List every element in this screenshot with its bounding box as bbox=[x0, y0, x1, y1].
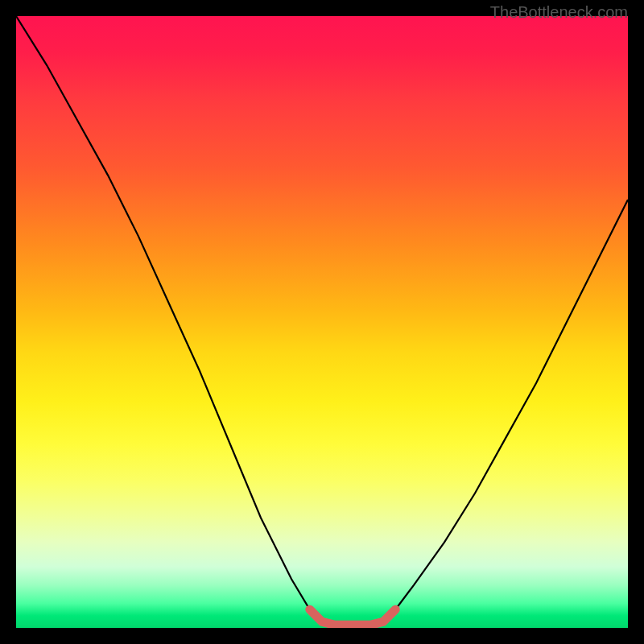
watermark-text: TheBottleneck.com bbox=[490, 3, 628, 22]
chart-svg bbox=[16, 16, 628, 628]
chart-plot-area bbox=[16, 16, 628, 628]
tolerance-band-line bbox=[310, 609, 395, 625]
bottleneck-curve-line bbox=[16, 16, 628, 625]
